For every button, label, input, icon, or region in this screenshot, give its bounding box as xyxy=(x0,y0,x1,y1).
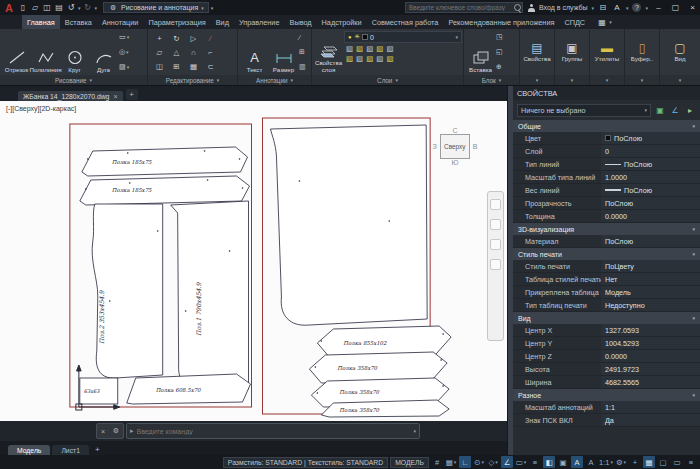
viewcube-west[interactable]: З xyxy=(433,143,437,150)
tab-home[interactable]: Главная xyxy=(22,15,60,29)
tab-parametric[interactable]: Параметризация xyxy=(143,15,210,29)
ortho-icon[interactable]: ∟ xyxy=(459,456,471,468)
layer-tool-icon[interactable]: ▧ xyxy=(376,54,383,63)
rectangle-tool[interactable]: ▭▾ xyxy=(119,31,129,43)
app-store-icon[interactable]: ⊟ xyxy=(598,2,608,13)
customization-menu-icon[interactable]: ≡ xyxy=(685,456,697,468)
panel-label-draw[interactable]: Рисование▾ xyxy=(0,75,147,85)
viewcube-south[interactable]: Ю xyxy=(425,159,485,166)
workspace-switcher[interactable]: ⚙ Рисование и аннотация ▾ xyxy=(103,2,209,13)
dimension-tool[interactable]: Размер xyxy=(270,30,297,74)
search-input[interactable] xyxy=(406,4,513,11)
lineweight-display-icon[interactable]: ≡ xyxy=(529,456,541,468)
command-history-caret-icon[interactable]: ▾ xyxy=(413,428,416,434)
quick-select-icon[interactable]: ∠ xyxy=(669,104,681,116)
tab-collaborate[interactable]: Совместная работа xyxy=(367,15,444,29)
customization-plus-icon[interactable]: + xyxy=(629,456,641,468)
customize-wrench-icon[interactable]: ⚙ xyxy=(113,427,119,435)
text-tool[interactable]: А Текст xyxy=(241,30,268,74)
object-snap-icon[interactable]: ∠ xyxy=(501,456,513,468)
view-panel-icon[interactable]: ▢ xyxy=(674,42,685,55)
trim-tool[interactable]: ▷ xyxy=(191,34,197,43)
panel-label-annotate[interactable]: Аннотации▾ xyxy=(238,75,311,85)
mtext-tool[interactable]: ▥ xyxy=(299,61,306,73)
ribbon-options-button[interactable]: ▦ ▾ xyxy=(594,15,615,29)
edit-block-tool[interactable]: ◳ xyxy=(496,31,503,43)
navigation-bar[interactable] xyxy=(487,191,504,341)
command-bar[interactable]: × ⚙ ▸ ▾ xyxy=(96,423,420,439)
layer-tool-icon[interactable]: ▧ xyxy=(356,44,363,53)
plot-icon[interactable]: ▤ xyxy=(54,2,64,13)
command-input[interactable] xyxy=(137,428,411,435)
properties-panel-icon[interactable]: ▤ xyxy=(531,42,542,55)
layer-properties-tool[interactable]: Свойства слоя xyxy=(315,30,342,74)
layer-tool-icon[interactable]: ▧ xyxy=(376,44,383,53)
selection-cycling-icon[interactable]: ▣ xyxy=(557,456,569,468)
panel-label-clipboard[interactable]: ▾ xyxy=(625,75,659,85)
isolate-objects-icon[interactable]: ▦ xyxy=(643,456,655,468)
copy-tool[interactable]: ▱ xyxy=(157,48,163,57)
layer-tool-icon[interactable]: ▧ xyxy=(386,44,393,53)
styles-indicator[interactable]: Размстиль: STANDARD | Текстстиль: STANDA… xyxy=(223,457,388,468)
mirror-tool[interactable]: △ xyxy=(174,48,180,57)
tab-annotate[interactable]: Аннотации xyxy=(97,15,143,29)
panel-label-utilities[interactable]: ▾ xyxy=(590,75,624,85)
transparency-icon[interactable]: ◧ xyxy=(543,456,555,468)
new-layout-button[interactable]: + xyxy=(91,445,104,455)
undo-icon[interactable]: ↺ xyxy=(66,2,76,13)
isodraft-icon[interactable]: ◇▾ xyxy=(487,456,499,468)
utilities-panel-icon[interactable]: ▬ xyxy=(601,42,613,55)
help-search[interactable] xyxy=(405,2,523,13)
annotation-visibility-icon[interactable]: А xyxy=(571,456,583,468)
line-tool[interactable]: Отрезок xyxy=(3,30,30,74)
move-tool[interactable]: + xyxy=(157,34,161,43)
new-drawing-button[interactable]: + xyxy=(126,89,138,100)
panel-label-view[interactable]: ▾ xyxy=(660,75,700,85)
panel-label-groups[interactable]: ▾ xyxy=(555,75,589,85)
layer-tool-icon[interactable]: ▧ xyxy=(366,54,373,63)
grid-icon[interactable]: # xyxy=(431,456,443,468)
layer-tool-icon[interactable]: ▧ xyxy=(356,54,363,63)
leader-tool[interactable]: ∕ xyxy=(299,31,306,43)
clean-screen-icon[interactable]: ▭ xyxy=(671,456,683,468)
zoom-icon[interactable] xyxy=(490,239,501,250)
section-plotstyle[interactable]: Стиль печати▾ xyxy=(513,248,700,260)
viewcube-north[interactable]: С xyxy=(425,127,485,134)
offset-tool[interactable]: ⊂ xyxy=(207,62,213,71)
panel-label-block[interactable]: Блок▾ xyxy=(464,75,519,85)
new-file-icon[interactable]: ▯ xyxy=(18,2,28,13)
create-block-tool[interactable]: ◱ xyxy=(496,46,503,58)
scale-tool[interactable]: ⊞ xyxy=(173,62,179,71)
annotation-scale-button[interactable]: 1:1▾ xyxy=(599,456,613,468)
help-icon[interactable]: ? xyxy=(632,3,641,12)
redo-icon[interactable]: ↻ xyxy=(83,2,93,13)
section-general[interactable]: Общие▾ xyxy=(513,120,700,132)
autodesk-caret-icon[interactable]: ▾ xyxy=(626,5,629,11)
tab-spds[interactable]: СПДС xyxy=(559,15,590,29)
open-file-icon[interactable]: ▱ xyxy=(30,2,40,13)
select-objects-icon[interactable]: ▸ xyxy=(684,104,696,116)
signin-caret-icon[interactable]: ▾ xyxy=(591,5,594,11)
save-icon[interactable]: ◫ xyxy=(42,2,52,13)
minimize-button[interactable]: – xyxy=(652,1,665,14)
tab-layout1[interactable]: Лист1 xyxy=(52,445,89,455)
toggle-pickadd-icon[interactable]: ▣ xyxy=(654,104,666,116)
viewcube-face[interactable]: Сверху xyxy=(440,134,470,159)
qat-menu-caret-icon[interactable]: ▾ xyxy=(211,5,214,11)
full-navigation-wheel-icon[interactable] xyxy=(490,199,501,210)
tab-addins[interactable]: Надстройки xyxy=(317,15,367,29)
autodesk-icon[interactable]: A xyxy=(612,2,622,13)
layer-tool-icon[interactable]: ▧ xyxy=(346,54,353,63)
autoscale-icon[interactable]: А xyxy=(585,456,597,468)
close-button[interactable]: × xyxy=(686,1,699,14)
arc-tool[interactable]: Дуга xyxy=(90,30,117,74)
groups-panel-icon[interactable]: ▣ xyxy=(566,42,577,55)
viewcube[interactable]: С З Сверху В Ю xyxy=(425,127,485,166)
hardware-acceleration-icon[interactable]: ▢ xyxy=(657,456,669,468)
hatch-tool[interactable]: ▨▾ xyxy=(119,61,129,73)
attributes-tool[interactable]: ⊕ xyxy=(496,61,503,73)
section-view[interactable]: Вид▾ xyxy=(513,312,700,324)
command-close-icon[interactable]: × xyxy=(101,428,105,435)
layer-tool-icon[interactable]: ▧ xyxy=(386,54,393,63)
section-3d[interactable]: 3D-визуализация▾ xyxy=(513,223,700,235)
